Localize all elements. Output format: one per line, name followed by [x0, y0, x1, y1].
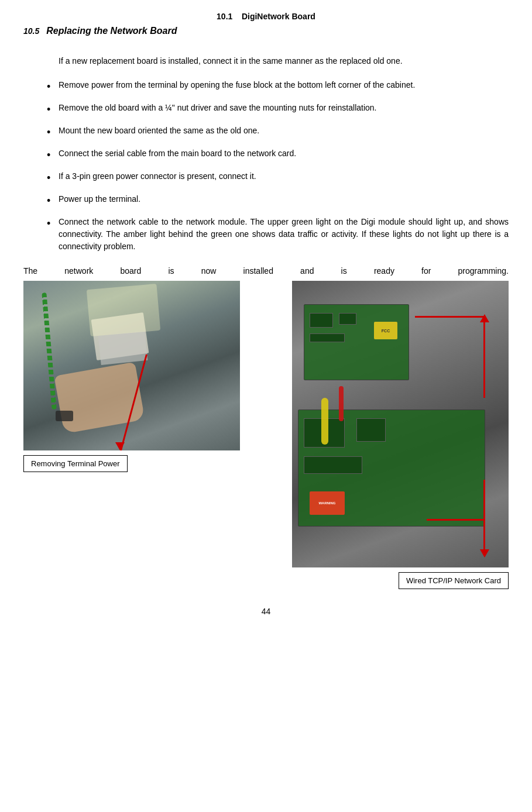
bullet-item-1: Remove power from the terminal by openin… — [47, 79, 509, 91]
caption-word-and: and — [300, 264, 314, 277]
caption-word-installed: installed — [243, 264, 273, 277]
caption-row: The network board is now installed and i… — [23, 264, 509, 277]
intro-paragraph: If a new replacement board is installed,… — [59, 55, 509, 67]
caption-word-for: for — [421, 264, 431, 277]
bullet-item-3: Mount the new board oriented the same as… — [47, 125, 509, 137]
left-image — [23, 281, 240, 450]
caption-word-the: The — [23, 264, 37, 277]
header-section: 10.1 — [217, 12, 232, 21]
bullet-item-5: If a 3-pin green power connector is pres… — [47, 170, 509, 183]
bullet-item-4: Connect the serial cable from the main b… — [47, 147, 509, 160]
page-header: 10.1 DigiNetwork Board — [23, 12, 509, 21]
left-image-container: Removing Terminal Power — [23, 281, 240, 472]
right-caption-text: Wired TCP/IP Network Card — [406, 576, 501, 585]
caption-word-is2: is — [341, 264, 347, 277]
right-caption-box: Wired TCP/IP Network Card — [399, 572, 509, 589]
section-number: 10.5 — [23, 26, 39, 36]
header-title: DigiNetwork Board — [242, 12, 315, 21]
page-number: 44 — [23, 607, 509, 616]
caption-word-programming: programming. — [458, 264, 509, 277]
right-image: FCC WARNING — [292, 281, 509, 567]
left-caption-text: Removing Terminal Power — [31, 459, 120, 468]
section-title: Replacing the Network Board — [46, 26, 177, 36]
caption-word-board: board — [120, 264, 141, 277]
caption-word-network: network — [64, 264, 93, 277]
caption-word-now: now — [201, 264, 217, 277]
bullet-item-6: Power up the terminal. — [47, 193, 509, 205]
bullet-item-2: Remove the old board with a ¼" nut drive… — [47, 102, 509, 114]
caption-word-is1: is — [168, 264, 174, 277]
bullet-list: Remove power from the terminal by openin… — [47, 79, 509, 253]
caption-word-ready: ready — [374, 264, 394, 277]
images-row: Removing Terminal Power FCC — [23, 281, 509, 589]
bullet-item-7: Connect the network cable to the network… — [47, 216, 509, 253]
right-image-container: FCC WARNING Wired TCP/IP Networ — [292, 281, 509, 589]
left-caption-box: Removing Terminal Power — [23, 455, 128, 472]
